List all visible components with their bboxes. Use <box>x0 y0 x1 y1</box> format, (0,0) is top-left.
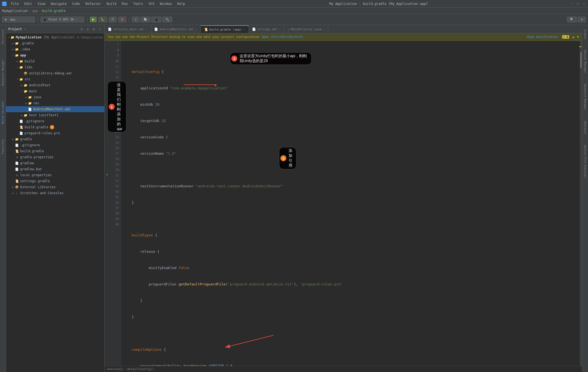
tree-java-folder[interactable]: ▶ 📁 java <box>6 94 104 100</box>
code-line-22: } <box>123 298 578 303</box>
tree-settings-gradle[interactable]: ▶ 📜 settings.gradle <box>6 178 104 184</box>
tree-local-properties[interactable]: ▶ ⚙ local.properties <box>6 172 104 178</box>
warning-chevron-down[interactable]: ▼ <box>577 35 579 39</box>
tab-strings[interactable]: 📄 strings.xml ✕ <box>249 25 284 33</box>
tree-gitignore-root[interactable]: ▶ 📄 .gitignore <box>6 142 104 148</box>
tree-test-folder[interactable]: ▶ 📁 test [unitTest] <box>6 112 104 118</box>
arrow-1-head: ▶ <box>215 83 217 87</box>
build-variants-tab[interactable]: Build Variants <box>0 99 5 126</box>
favorites-tab[interactable]: Favorites <box>0 137 5 156</box>
tab-close-3[interactable]: ✕ <box>244 28 245 31</box>
tree-src-folder[interactable]: ▾ 📁 src <box>6 76 104 82</box>
tree-res-folder[interactable]: ▶ 📁 res <box>6 100 104 106</box>
toolbar-separator-2 <box>87 17 87 22</box>
minimize-button[interactable]: ─ <box>570 2 574 6</box>
close-panel-btn[interactable]: ✕ <box>97 27 102 32</box>
debug-button[interactable]: 🐛 <box>98 17 107 22</box>
tree-manifest-file[interactable]: ▶ 📄 AndroidManifest.xml <box>6 106 104 112</box>
tree-scratches[interactable]: ▶ ✏ Scratches and Consoles <box>6 190 104 196</box>
breadcrumb-module[interactable]: app <box>32 9 38 13</box>
menu-tools[interactable]: Tools <box>131 1 145 6</box>
breadcrumb-app[interactable]: MyApplication <box>2 9 28 13</box>
tree-main-folder[interactable]: ▾ 📁 main <box>6 88 104 94</box>
gutter-fold-25[interactable]: ▿ <box>105 139 110 144</box>
tab-mainactivity[interactable]: ☕ MainActivity.java ✕ <box>284 25 328 33</box>
tree-build-gradle-root[interactable]: ▶ 📜 build.gradle <box>6 148 104 154</box>
annotation-num-1: 1 <box>109 104 115 110</box>
locate-file-btn[interactable]: ⊕ <box>79 27 84 32</box>
tree-idea-folder[interactable]: ▶ 📁 .idea <box>6 46 104 52</box>
tab-build-gradle[interactable]: 📜 build.gradle (app) ✕ <box>201 25 249 33</box>
tab-close-4[interactable]: ✕ <box>279 28 281 31</box>
menu-navigate[interactable]: Navigate <box>49 1 69 6</box>
profile-button[interactable]: ⏱ <box>109 17 117 22</box>
tab-close-2[interactable]: ✕ <box>195 28 197 31</box>
close-button[interactable]: ✕ <box>582 2 586 6</box>
hide-notification[interactable]: Hide notification <box>527 35 558 39</box>
tree-libs-folder[interactable]: ▾ 📁 libs <box>6 64 104 70</box>
tree-app-folder[interactable]: ▾ 📁 app <box>6 52 104 58</box>
settings-button[interactable]: ⚙ <box>578 17 586 22</box>
menu-window[interactable]: Window <box>158 1 174 6</box>
window-controls: ─ □ ✕ <box>570 2 586 6</box>
tree-gradle-folder[interactable]: ▶ 📁 .gradle <box>6 40 104 46</box>
gutter-fold-8[interactable]: ▿ <box>105 46 110 52</box>
tab-androidmanifest[interactable]: 📄 AndroidManifest.xml ✕ <box>151 25 201 33</box>
breadcrumb-defaultconfig[interactable]: defaultConfig() <box>127 367 154 371</box>
scrollbar-thumb[interactable] <box>580 52 582 68</box>
code-content[interactable]: defaultConfig { applicationId "com.examp… <box>121 41 580 366</box>
avd-button[interactable]: 📱 <box>151 17 161 22</box>
tree-gradlew-bat[interactable]: ▶ 📄 gradlew.bat <box>6 166 104 172</box>
tree-gradle-root-folder[interactable]: ▶ 📁 gradle <box>6 136 104 142</box>
tab-close-1[interactable]: ✕ <box>146 28 147 31</box>
menu-refactor[interactable]: Refactor <box>83 1 103 6</box>
tree-gradle-properties[interactable]: ▶ ⚙ gradle.properties <box>6 154 104 160</box>
device-selector[interactable]: 📱 Pixel 5 API 30 ▾ <box>41 17 84 22</box>
breadcrumb-file[interactable]: build.gradle <box>42 9 66 13</box>
device-file-tab[interactable]: Device File Explorer <box>583 143 588 180</box>
menu-file[interactable]: File <box>9 1 21 6</box>
emulator-tab[interactable]: Emulator <box>583 119 588 136</box>
warning-chevron[interactable]: ▲ <box>572 35 574 39</box>
gutter-29 <box>105 161 110 166</box>
menu-view[interactable]: View <box>35 1 48 6</box>
maximize-button[interactable]: □ <box>576 2 580 6</box>
search-everywhere-button[interactable]: 🔍 <box>567 17 577 22</box>
tree-proguard[interactable]: ▶ 📄 proguard-rules.pro <box>6 130 104 136</box>
menu-run[interactable]: Run <box>120 1 130 6</box>
resource-manager-side-tab[interactable]: Resource Manager <box>583 82 588 112</box>
tab-close-5[interactable]: ✕ <box>323 28 325 31</box>
menu-code[interactable]: Code <box>70 1 82 6</box>
tree-androidtest-folder[interactable]: ▶ 📁 androidTest <box>6 82 104 88</box>
stop-button[interactable]: ⏹ <box>118 17 126 22</box>
tree-build-folder[interactable]: ▶ 📁 build <box>6 58 104 64</box>
tab-activity-main[interactable]: 📄 activity_main.xml ✕ <box>105 25 151 33</box>
gradle-tab[interactable]: Gradle <box>583 27 588 41</box>
tree-build-gradle-app[interactable]: ▶ 📜 build.gradle 4 <box>6 124 104 130</box>
run-config-button[interactable]: ▶ app <box>2 17 35 22</box>
collapse-all-btn[interactable]: ≡ <box>85 27 90 32</box>
tree-gradlew[interactable]: ▶ 📄 gradlew <box>6 160 104 166</box>
menu-build[interactable]: Build <box>104 1 119 6</box>
settings-btn[interactable]: ⚙ <box>91 27 96 32</box>
sdk-button[interactable]: 🔧 <box>162 17 172 22</box>
structure-tab[interactable]: Structure <box>0 27 5 46</box>
scrollbar-vertical[interactable] <box>580 41 582 366</box>
menu-help[interactable]: Help <box>175 1 187 6</box>
breadcrumb-android[interactable]: android{} <box>107 367 123 371</box>
tree-root[interactable]: ▾ 📁 MyApplication [My Application] D:\My… <box>6 34 104 40</box>
code-line-23: } <box>123 314 578 320</box>
open-project-structure[interactable]: Open (Ctrl+Alt+Shift+S) <box>262 35 303 39</box>
device-manager-tab[interactable]: Device Manager <box>583 48 588 75</box>
gutter-run-31[interactable]: ▶ <box>105 172 110 177</box>
sync-button[interactable]: ↻ <box>132 17 140 22</box>
run-button[interactable]: ▶ <box>90 17 97 22</box>
resource-manager-tab[interactable]: Resource Manager <box>0 57 5 88</box>
tree-gitignore-app[interactable]: ▶ 📄 .gitignore <box>6 118 104 124</box>
menu-edit[interactable]: Edit <box>22 1 34 6</box>
tree-external-libraries[interactable]: ▶ 📦 External Libraries <box>6 184 104 190</box>
gradle-sync-button[interactable]: 🐘 <box>141 17 150 22</box>
menu-vcs[interactable]: VCS <box>146 1 157 6</box>
tree-aar-file[interactable]: ▶ 📦 unityLibrary-debug.aar <box>6 70 104 76</box>
panel-dropdown[interactable]: ▾ <box>24 28 26 31</box>
